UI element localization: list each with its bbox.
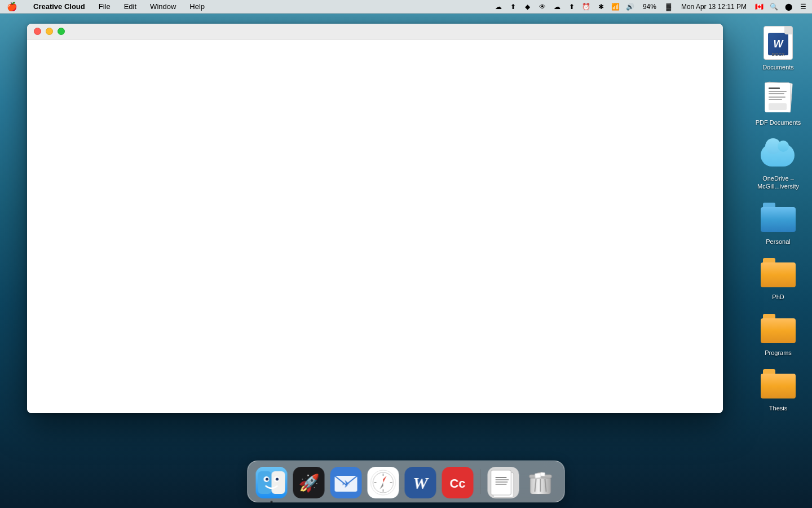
pdf-page-svg — [765, 83, 790, 112]
menu-file[interactable]: File — [96, 2, 113, 11]
dock-item-safari[interactable] — [367, 465, 400, 498]
desktop-icon-phd[interactable]: PhD — [750, 252, 806, 303]
documents-label: Documents — [762, 63, 794, 71]
search-icon[interactable]: 🔍 — [769, 2, 778, 11]
upload-cloud-icon[interactable]: ⬆ — [509, 2, 518, 11]
desktop-icon-pdf-documents[interactable]: PDF Documents — [750, 78, 806, 129]
phd-folder-body — [761, 262, 796, 287]
menu-edit[interactable]: Edit — [122, 2, 139, 11]
docx-label: DOCX — [771, 52, 784, 57]
cloud-shape — [761, 144, 795, 167]
creative-cloud-icon: Cc — [442, 467, 474, 498]
onedrive-icon-image — [760, 136, 796, 172]
maximize-button[interactable] — [58, 28, 65, 35]
pdf-icon-image — [760, 80, 796, 116]
svg-rect-1 — [769, 87, 780, 89]
svg-rect-6 — [769, 103, 787, 110]
close-button[interactable] — [34, 28, 41, 35]
word-dock-icon: W — [405, 467, 436, 498]
desktop-icon-programs[interactable]: Programs — [750, 308, 806, 359]
desktop-icon-documents[interactable]: W DOCX Documents — [750, 23, 806, 73]
personal-label: Personal — [766, 238, 790, 246]
desktop-icon-thesis[interactable]: Thesis — [750, 364, 806, 414]
svg-point-12 — [266, 478, 268, 481]
svg-rect-2 — [769, 91, 787, 92]
thesis-label: Thesis — [769, 404, 787, 412]
svg-rect-30 — [496, 477, 507, 478]
bluetooth-icon[interactable]: ✱ — [597, 2, 606, 11]
dock-item-trash[interactable] — [524, 465, 558, 498]
dock-item-finder[interactable] — [255, 465, 289, 498]
cc-svg: Cc — [442, 467, 474, 498]
dock-separator — [480, 469, 481, 494]
word-doc-icon: W DOCX — [764, 26, 793, 60]
volume-icon[interactable]: 🔊 — [626, 2, 635, 11]
finder-svg — [256, 467, 288, 498]
svg-rect-41 — [535, 473, 541, 478]
dock-item-creative-cloud[interactable]: Cc — [441, 465, 475, 498]
cloudy-icon[interactable]: ☁ — [494, 2, 503, 11]
scrivener-icon — [488, 467, 519, 498]
phd-folder-icon — [761, 258, 796, 287]
dock: 🚀 ✈ — [248, 461, 565, 502]
onedrive-menu-icon[interactable]: ☁ — [553, 2, 562, 11]
safari-svg — [368, 467, 399, 498]
battery-percent: 94% — [641, 3, 659, 11]
programs-folder-body — [761, 318, 796, 343]
dropbox-icon[interactable]: ◆ — [523, 2, 532, 11]
window-content — [27, 40, 723, 413]
app-window — [27, 24, 723, 413]
app-name[interactable]: Creative Cloud — [31, 2, 87, 11]
finder-icon — [256, 467, 288, 498]
airmail-svg: ✈ — [330, 467, 362, 498]
onedrive-cloud-icon — [761, 142, 796, 167]
icloud-icon[interactable]: ⬆ — [567, 2, 576, 11]
launchpad-svg: 🚀 — [293, 467, 325, 498]
svg-text:🚀: 🚀 — [298, 473, 320, 493]
time-machine-icon[interactable]: ⏰ — [582, 2, 591, 11]
desktop-icon-onedrive[interactable]: OneDrive – McGill...iversity — [750, 134, 806, 193]
svg-rect-33 — [496, 484, 507, 485]
window-titlebar — [27, 24, 723, 40]
launchpad-icon: 🚀 — [293, 467, 325, 498]
thesis-icon-image — [760, 366, 796, 402]
dock-item-word[interactable]: W — [404, 465, 438, 498]
wifi-icon[interactable]: 📶 — [611, 2, 620, 11]
desktop-icon-personal[interactable]: Personal — [750, 197, 806, 248]
menu-help[interactable]: Help — [187, 2, 207, 11]
programs-label: Programs — [765, 349, 792, 357]
trash-icon — [525, 467, 557, 498]
word-svg: W — [405, 467, 436, 498]
flag-icon: 🇨🇦 — [754, 2, 764, 11]
monitor-icon[interactable]: 👁 — [538, 2, 547, 11]
onedrive-label: OneDrive – McGill...iversity — [753, 174, 804, 191]
apple-menu[interactable]: 🍎 — [5, 2, 20, 12]
desktop-icon-area: W DOCX Documents — [744, 17, 812, 420]
svg-rect-32 — [496, 481, 508, 483]
scrivener-svg — [488, 467, 519, 498]
personal-icon-image — [760, 199, 796, 235]
pdf-icon-wrap — [764, 81, 793, 115]
minimize-button[interactable] — [46, 28, 53, 35]
siri-icon[interactable]: ⬤ — [784, 2, 793, 11]
documents-icon-image: W DOCX — [760, 25, 796, 61]
svg-rect-31 — [496, 479, 509, 480]
notification-center-icon[interactable]: ☰ — [798, 2, 807, 11]
svg-rect-4 — [769, 97, 785, 98]
svg-rect-8 — [258, 471, 272, 494]
phd-icon-image — [760, 255, 796, 291]
svg-point-13 — [276, 478, 279, 481]
dock-item-scrivener[interactable] — [487, 465, 520, 498]
thesis-folder-icon — [761, 369, 796, 398]
svg-rect-42 — [540, 472, 545, 476]
personal-folder-icon — [761, 203, 796, 232]
dock-item-launchpad[interactable]: 🚀 — [292, 465, 326, 498]
phd-label: PhD — [772, 293, 784, 301]
dock-item-airmail[interactable]: ✈ — [329, 465, 363, 498]
airmail-icon: ✈ — [330, 467, 362, 498]
programs-icon-image — [760, 310, 796, 347]
pdf-documents-label: PDF Documents — [756, 119, 801, 126]
trash-svg — [525, 467, 557, 498]
menu-window[interactable]: Window — [148, 2, 178, 11]
personal-folder-body — [761, 207, 796, 232]
